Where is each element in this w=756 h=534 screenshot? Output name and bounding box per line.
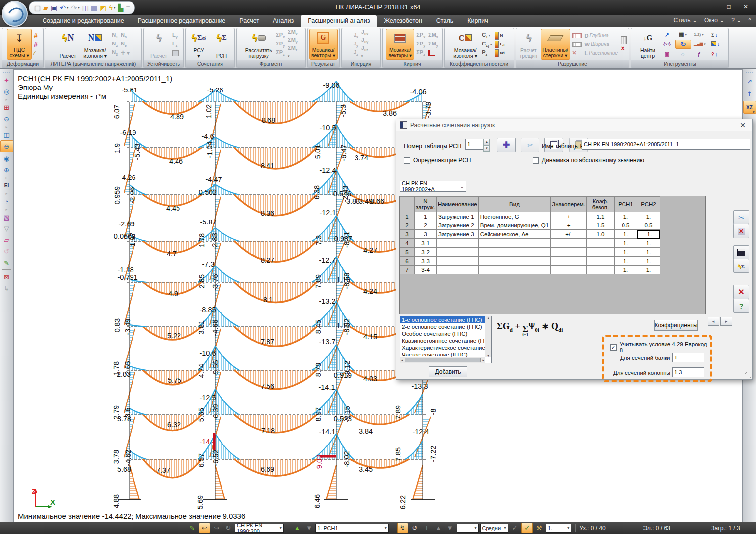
query-down-icon[interactable]: ?↓	[707, 50, 722, 58]
xyz-axes-icon[interactable]: ↗	[744, 75, 756, 87]
redo-button[interactable]: ↷	[71, 4, 77, 12]
btn-ΣMy[interactable]: ΣMy	[287, 37, 299, 44]
combination-item[interactable]: Особое сочетание (I ПС)	[400, 330, 491, 337]
next-load-button[interactable]: ▼	[304, 523, 314, 533]
table-cell[interactable]: Загружение 2	[437, 221, 479, 230]
table-cell[interactable]: +	[551, 212, 587, 221]
table-cell[interactable]: 1.	[614, 212, 637, 221]
diagram-flag-icon[interactable]: ↯	[397, 523, 408, 533]
dialog-resize-grip[interactable]	[745, 372, 751, 378]
combination-item[interactable]: Характеристическое сочетание (II	[400, 344, 491, 351]
btn-Jz[interactable]: Jz	[353, 49, 359, 57]
btn-frame-pink[interactable]: #	[33, 41, 39, 48]
row-header[interactable]: 7	[400, 266, 415, 274]
tab-3[interactable]: Расчет	[232, 15, 266, 27]
redo-button-arrow[interactable]: ▾	[78, 6, 80, 10]
btn-fd-bar[interactable]: Fd	[494, 41, 507, 48]
rsn-button[interactable]: ϟΣРСН	[211, 29, 232, 60]
table-cell[interactable]	[478, 266, 550, 274]
column-sections-input[interactable]: 1.3	[672, 367, 704, 377]
row-header[interactable]: 3	[400, 230, 415, 239]
table-cell[interactable]: Загружение 1	[437, 212, 479, 221]
flyout-arrow-icon[interactable]: ▸	[1, 176, 13, 179]
btn-C1[interactable]: C1▾	[481, 32, 493, 40]
tab-7[interactable]: Сталь	[429, 15, 460, 27]
add-table-button[interactable]: ✚	[497, 138, 516, 152]
rsn-name-input[interactable]: СН РК EN 1990:2002+А1:2005/2011_1	[582, 139, 750, 150]
prev-page-button[interactable]: ◂	[708, 317, 719, 326]
sphere-split-icon[interactable]: ⊖	[1, 113, 13, 124]
calc-load-button[interactable]: ϟРассчитатьнагрузку	[243, 29, 274, 60]
book-button[interactable]: ▥	[91, 4, 97, 12]
table-cell[interactable]: 1	[415, 212, 437, 221]
table-cell[interactable]	[586, 266, 614, 274]
delete-frame-icon[interactable]: ⊠	[1, 271, 13, 282]
mosaic-cursor-icon[interactable]: ▦▾	[675, 30, 690, 39]
sum-down-icon[interactable]: Σ↓	[707, 30, 722, 39]
prev-load-button[interactable]: ▲	[292, 523, 303, 533]
save-button[interactable]: ▣	[51, 4, 57, 12]
style-menu[interactable]: Стиль ⌄	[674, 17, 698, 24]
btn-x-dim[interactable]: ✕	[571, 49, 583, 57]
result-mosaic-button[interactable]: GМозаика/векторы ▾	[309, 29, 338, 60]
sphere-pencil-icon[interactable]: ◔	[1, 196, 13, 207]
flyout-arrow-icon[interactable]: ▸	[1, 191, 13, 195]
loop-dim-icon[interactable]: ↺	[1, 246, 13, 257]
combination-item[interactable]: 1-е основное сочетание (I ПС)	[400, 316, 491, 323]
filter-funnel-icon[interactable]: ▽	[1, 223, 13, 234]
list-vscrollbar[interactable]: ▲▼	[485, 316, 491, 357]
collapse-ribbon-button[interactable]: ^	[748, 17, 751, 24]
btn-ruler-top[interactable]	[571, 32, 583, 40]
dynamics-abs-checkbox[interactable]: Динамика по абсолютному значению	[533, 157, 644, 164]
flyout-arrow-icon[interactable]: ▾	[287, 53, 299, 60]
table-cell[interactable]	[551, 266, 587, 274]
table-cell[interactable]	[478, 239, 550, 248]
btn-Ly[interactable]: Ly	[171, 32, 180, 40]
brush-icon[interactable]: ✎	[1, 257, 13, 268]
table-cell[interactable]	[586, 248, 614, 257]
row-header[interactable]: 4	[400, 239, 415, 248]
table-cell[interactable]: 3-2	[415, 248, 437, 257]
rsn-number-input[interactable]: 1	[465, 139, 483, 150]
flyout-arrow-icon[interactable]: ▸	[1, 207, 13, 211]
open-file-button[interactable]: ▰	[43, 4, 48, 12]
empty-combo[interactable]	[457, 524, 479, 533]
edit-pencil-icon[interactable]: ✎	[187, 523, 197, 533]
measure-icon[interactable]: ⊥	[421, 523, 432, 533]
table-cell[interactable]	[437, 239, 479, 248]
table-cell[interactable]: 1.	[637, 239, 660, 248]
table-cell[interactable]	[551, 248, 587, 257]
repeat-dim-icon[interactable]: ↻	[223, 523, 233, 533]
beam-sections-input[interactable]: 1	[672, 353, 704, 362]
tab-4[interactable]: Анализ	[266, 15, 301, 27]
sphere-rotate-icon[interactable]: ◉	[1, 153, 13, 164]
combination-item[interactable]: 2-е основное сочетание (I ПС)	[400, 323, 491, 330]
bedding-mosaic-button[interactable]: CМозаика/изополя ▾	[451, 29, 480, 60]
btn-Juz[interactable]: Juz	[360, 45, 369, 52]
row-header[interactable]: 6	[400, 257, 415, 266]
close-button[interactable]: ✕	[738, 2, 753, 12]
undo-button[interactable]: ↶	[60, 4, 66, 12]
table-cell[interactable]: 1.	[614, 257, 637, 266]
window-menu[interactable]: Окно ⌄	[704, 17, 724, 24]
ei-stiffness-icon[interactable]: EI	[1, 180, 13, 191]
btn-ΣMz[interactable]: ΣMz	[287, 45, 299, 52]
btn-Lz[interactable]: Lz	[171, 41, 180, 48]
frame-nodes-icon[interactable]: ⊞	[1, 102, 13, 113]
add-combination-button[interactable]: Добавить	[429, 366, 467, 377]
table-cell[interactable]: Врем. доминирующее, Q1	[478, 221, 550, 230]
save-table-button[interactable]	[733, 245, 749, 260]
table-cell[interactable]: 3-3	[415, 257, 437, 266]
btn-ΣPz[interactable]: ΣPz	[275, 49, 286, 57]
eurocode-429-checkbox[interactable]: ✓Учитывать условие 4.29 Еврокод 8	[610, 341, 710, 353]
table-cell[interactable]	[551, 239, 587, 248]
btn-ΣPx[interactable]: ΣPx	[415, 32, 426, 40]
find-center-button[interactable]: ↓GНайтицентр	[637, 29, 659, 60]
table-cell[interactable]: 1.	[614, 266, 637, 274]
btn-Ne[interactable]: Ne	[120, 41, 131, 48]
flash-run-button[interactable]: ϟ	[109, 4, 112, 12]
table-cell[interactable]: 3-4	[415, 266, 437, 274]
histogram-icon[interactable]: ▂▄▆▾	[692, 40, 707, 48]
btn-ruler-gold[interactable]: ∕	[33, 49, 39, 57]
view-3d-button[interactable]: ◫	[82, 4, 89, 12]
